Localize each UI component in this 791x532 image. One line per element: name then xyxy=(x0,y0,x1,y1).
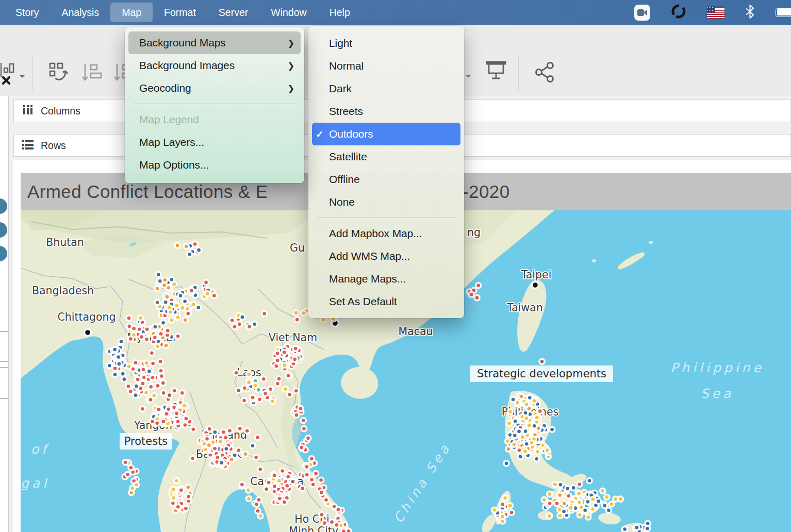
toolbar-separator xyxy=(32,56,32,91)
swap-axes-icon[interactable] xyxy=(48,62,70,86)
menu-item-offline[interactable]: ✓Offline xyxy=(312,168,460,191)
zoom-app-icon[interactable] xyxy=(634,5,650,21)
clear-sheet-icon[interactable] xyxy=(0,61,20,88)
submenu-arrow-icon: ❯ xyxy=(288,84,301,93)
svg-text:Bangladesh: Bangladesh xyxy=(32,285,94,297)
svg-text:gal: gal xyxy=(21,476,50,491)
menu-item-label: Background Maps xyxy=(139,37,288,49)
menu-item-geocoding[interactable]: Geocoding❯ xyxy=(128,77,301,99)
submenu-arrow-icon: ❯ xyxy=(288,61,301,71)
svg-text:of: of xyxy=(31,442,50,457)
submenu-arrow-icon: ❯ xyxy=(288,38,301,48)
menu-item-light[interactable]: ✓Light xyxy=(312,32,460,55)
menubar-item-story[interactable]: Story xyxy=(4,3,51,22)
menu-item-label: Satellite xyxy=(329,151,460,163)
menu-item-set-as-default[interactable]: ✓Set As Default xyxy=(312,290,460,313)
us-flag-icon[interactable] xyxy=(707,7,724,19)
legend-card-cut[interactable] xyxy=(0,367,9,399)
menu-item-label: Set As Default xyxy=(329,295,460,308)
menubar-items: StoryAnalysisMapFormatServerWindowHelp xyxy=(0,3,361,22)
menubar-item-server[interactable]: Server xyxy=(207,3,259,22)
svg-text:Taipei: Taipei xyxy=(521,269,552,281)
columns-shelf-label: Columns xyxy=(41,105,80,117)
menu-item-label: None xyxy=(329,196,460,208)
svg-text:Viet Nam: Viet Nam xyxy=(269,331,317,344)
menu-item-label: Offline xyxy=(329,173,460,186)
menu-item-label: Map Layers... xyxy=(139,136,301,148)
toolbar-separator xyxy=(518,56,519,91)
svg-text:Minh City: Minh City xyxy=(289,525,338,532)
background-maps-submenu: ✓Light✓Normal✓Dark✓Streets✓Outdoors✓Sate… xyxy=(308,26,464,318)
svg-text:ng: ng xyxy=(467,226,481,239)
legend-color-circle[interactable] xyxy=(0,222,7,238)
viz-title-text-suffix: -2020 xyxy=(463,173,510,210)
menu-item-label: Outdoors xyxy=(329,128,460,140)
svg-text:Protests: Protests xyxy=(124,435,168,447)
svg-text:Gu: Gu xyxy=(290,242,305,254)
menu-item-label: Light xyxy=(329,37,460,49)
svg-text:Sea: Sea xyxy=(701,386,734,401)
menu-item-label: Map Legend xyxy=(139,113,301,126)
legend-color-circle[interactable] xyxy=(0,198,7,214)
menu-item-add-mapbox-map[interactable]: ✓Add Mapbox Map... xyxy=(312,222,460,245)
battery-fill xyxy=(777,9,791,15)
tableau-application-window: StoryAnalysisMapFormatServerWindowHelp xyxy=(0,0,791,532)
svg-text:Philippine: Philippine xyxy=(670,360,764,375)
rows-shelf-label: Rows xyxy=(41,140,66,152)
menu-item-label: Manage Maps... xyxy=(329,273,460,285)
menu-item-label: Map Options... xyxy=(139,159,301,171)
menu-item-label: Normal xyxy=(329,60,460,72)
menubar-item-help[interactable]: Help xyxy=(318,3,361,22)
menu-item-map-layers[interactable]: Map Layers... xyxy=(128,131,301,154)
menu-item-manage-maps[interactable]: ✓Manage Maps... xyxy=(312,268,460,290)
menubar-item-format[interactable]: Format xyxy=(153,3,207,22)
menu-item-normal[interactable]: ✓Normal xyxy=(312,55,460,77)
menu-item-none[interactable]: ✓None xyxy=(312,191,460,213)
menu-separator xyxy=(317,218,456,218)
map-menu-dropdown: Background Maps❯Background Images❯Geocod… xyxy=(125,27,304,183)
bluetooth-icon[interactable] xyxy=(745,4,755,21)
menu-item-outdoors[interactable]: ✓Outdoors xyxy=(312,123,460,145)
checkmark-icon: ✓ xyxy=(316,128,329,140)
menu-item-map-options[interactable]: Map Options... xyxy=(128,154,301,176)
menu-item-label: Geocoding xyxy=(139,82,288,94)
menubar-item-analysis[interactable]: Analysis xyxy=(51,3,111,22)
menu-item-background-maps[interactable]: Background Maps❯ xyxy=(128,31,301,54)
menu-item-dark[interactable]: ✓Dark xyxy=(312,77,460,100)
menubar-item-window[interactable]: Window xyxy=(259,3,318,22)
svg-text:Macau: Macau xyxy=(398,325,433,338)
menubar-item-map[interactable]: Map xyxy=(110,3,153,22)
menu-item-map-legend: Map Legend xyxy=(128,108,301,131)
menu-separator xyxy=(133,104,296,104)
menubar-status-icons xyxy=(634,0,791,25)
battery-icon xyxy=(776,8,791,17)
menu-item-satellite[interactable]: ✓Satellite xyxy=(312,145,460,168)
svg-text:Chittagong: Chittagong xyxy=(57,311,116,323)
svg-text:Strategic developments: Strategic developments xyxy=(477,368,606,380)
svg-text:Bhutan: Bhutan xyxy=(46,236,84,248)
menu-item-label: Streets xyxy=(329,105,460,118)
loader-ring-icon[interactable] xyxy=(671,4,686,21)
legend-card-cut[interactable] xyxy=(0,331,9,362)
columns-icon xyxy=(22,105,34,117)
dropdown-caret-icon[interactable] xyxy=(19,71,26,80)
legend-color-circle[interactable] xyxy=(0,246,7,261)
sort-ascending-icon[interactable] xyxy=(81,63,103,86)
svg-text:Taiwan: Taiwan xyxy=(506,302,543,314)
dropdown-caret-icon[interactable] xyxy=(465,71,472,80)
menu-item-add-wms-map[interactable]: ✓Add WMS Map... xyxy=(312,245,460,268)
menu-item-label: Dark xyxy=(329,82,460,95)
menu-item-background-images[interactable]: Background Images❯ xyxy=(128,54,301,77)
flag-canton xyxy=(707,7,715,13)
menu-item-label: Add Mapbox Map... xyxy=(329,227,460,240)
menu-item-streets[interactable]: ✓Streets xyxy=(312,100,460,123)
presentation-mode-icon[interactable] xyxy=(486,59,506,85)
menu-item-label: Background Images xyxy=(139,59,288,72)
rows-icon xyxy=(22,139,34,152)
menu-item-label: Add WMS Map... xyxy=(329,250,460,262)
left-panel-strip xyxy=(0,96,9,532)
share-icon[interactable] xyxy=(534,61,556,86)
